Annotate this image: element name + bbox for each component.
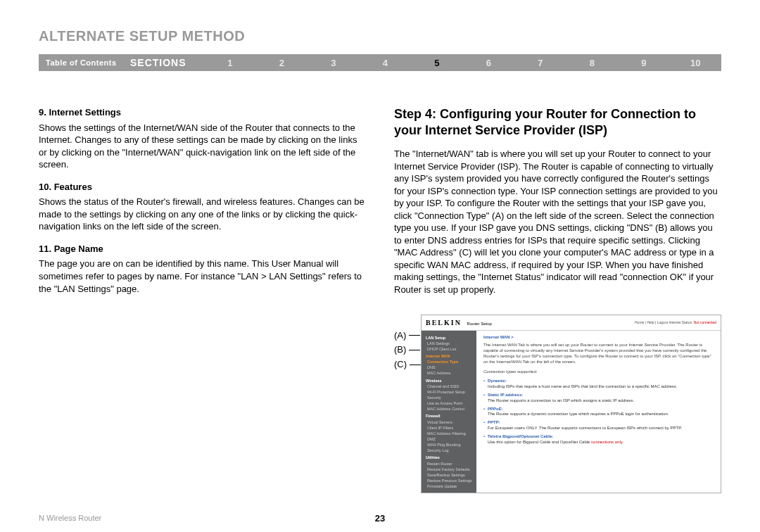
- callout-c: (C): [394, 357, 407, 372]
- router-main-panel: Internet WAN > The Internet WAN Tab is w…: [476, 331, 721, 493]
- nav-section-7[interactable]: 7: [514, 58, 566, 68]
- page-number: 23: [375, 513, 385, 524]
- nav-sections-label: SECTIONS: [130, 57, 204, 68]
- para-features: Shows the status of the Router's firewal…: [39, 196, 366, 233]
- callout-b: (B): [394, 343, 406, 357]
- nav-section-5[interactable]: 5: [411, 58, 463, 68]
- router-setup-label: Router Setup: [463, 322, 492, 326]
- nav-section-4[interactable]: 4: [360, 58, 412, 68]
- nav-section-6[interactable]: 6: [463, 58, 515, 68]
- para-internet-settings: Shows the settings of the Internet/WAN s…: [39, 122, 366, 171]
- nav-section-9[interactable]: 9: [618, 58, 670, 68]
- step-4-body: The "Internet/WAN" tab is where you will…: [394, 148, 721, 296]
- sidebar-mac-address: MAC Address: [427, 371, 472, 376]
- breadcrumb: Internet WAN >: [483, 335, 714, 341]
- nav-section-8[interactable]: 8: [566, 58, 619, 68]
- nav-section-10[interactable]: 10: [670, 58, 722, 68]
- sidebar-dns: DNS: [427, 365, 472, 370]
- callout-a: (A): [394, 329, 406, 343]
- section-nav-bar: Table of Contents SECTIONS 1 2 3 4 5 6 7…: [39, 54, 721, 71]
- nav-section-3[interactable]: 3: [308, 58, 360, 68]
- router-sidebar: LAN Setup LAN Settings DHCP Client List …: [422, 331, 476, 493]
- para-page-name: The page you are on can be identified by…: [39, 258, 366, 295]
- left-column: 9. Internet Settings Shows the settings …: [39, 106, 366, 493]
- heading-page-name: 11. Page Name: [39, 243, 366, 255]
- nav-toc-link[interactable]: Table of Contents: [39, 58, 130, 67]
- page-title: ALTERNATE SETUP METHOD: [39, 28, 721, 44]
- heading-features: 10. Features: [39, 181, 366, 194]
- sidebar-connection-type: Connection Type: [427, 360, 472, 365]
- heading-internet-settings: 9. Internet Settings: [39, 106, 366, 119]
- nav-section-1[interactable]: 1: [204, 58, 256, 68]
- belkin-logo: BELKIN: [426, 319, 462, 327]
- callout-labels: (A) (B) (C): [394, 315, 421, 372]
- right-column: Step 4: Configuring your Router for Conn…: [394, 106, 721, 493]
- nav-section-2[interactable]: 2: [256, 58, 308, 68]
- footer-product: N Wireless Router: [39, 514, 101, 522]
- step-4-title: Step 4: Configuring your Router for Conn…: [394, 106, 721, 138]
- status-bar: Home | Help | Logout Internet Status: No…: [635, 320, 716, 325]
- router-setup-screenshot: BELKIN Router Setup Home | Help | Logout…: [421, 315, 721, 494]
